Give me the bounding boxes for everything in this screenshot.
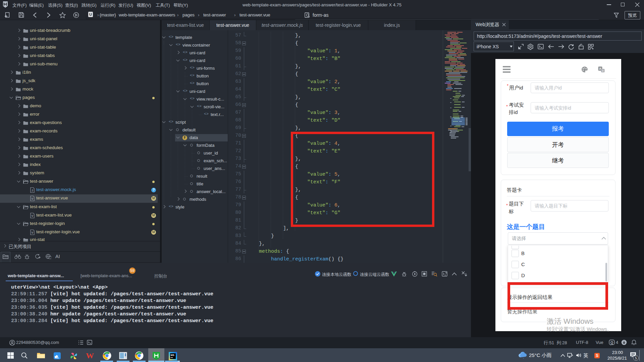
svg-text:V: V — [32, 214, 34, 218]
svg-text:Q: Q — [610, 341, 613, 345]
svg-text:V: V — [32, 197, 34, 200]
svg-text:文: 文 — [601, 69, 604, 72]
svg-text:J: J — [32, 189, 33, 192]
svg-text:V: V — [32, 231, 34, 234]
svg-text:WS: WS — [171, 354, 175, 356]
